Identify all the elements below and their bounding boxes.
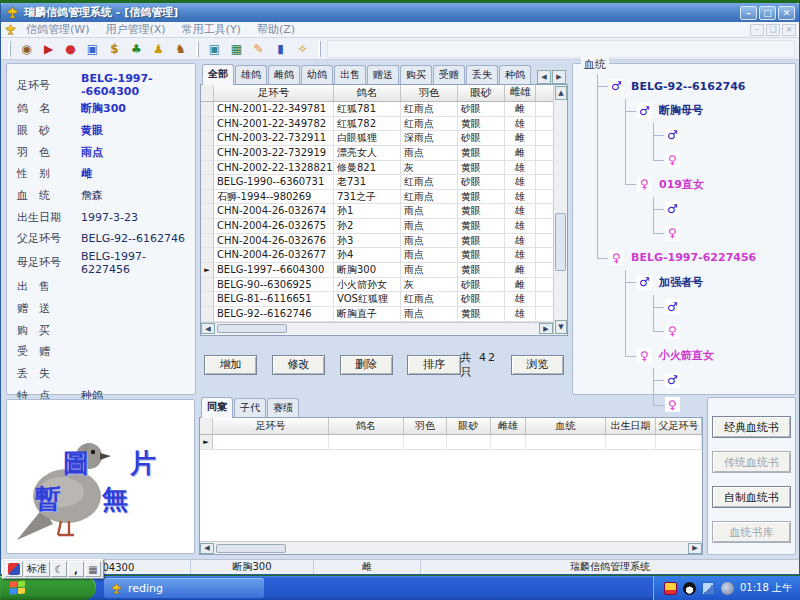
scroll-down-icon[interactable]: ▼ [555, 320, 567, 334]
volume-icon[interactable] [721, 582, 734, 595]
clock[interactable]: 01:18 上午 [740, 581, 792, 595]
sort-button[interactable]: 排序 [407, 355, 460, 375]
menu-pigeon-management[interactable]: 信鸽管理(W) [19, 22, 96, 37]
picture-icon[interactable]: ▣ [205, 40, 224, 57]
header-color[interactable]: 羽色 [404, 418, 447, 434]
key-icon[interactable]: ✧ [293, 40, 312, 57]
tab-scroll-right-icon[interactable]: ▶ [552, 70, 566, 84]
tree-node-label[interactable]: 断胸母号 [659, 103, 703, 118]
table-row[interactable]: CHN-2004-26-032675 孙2 雨点 黄眼 雄 [201, 219, 553, 234]
table-row[interactable]: BELG-92--6162746 断胸直子 雨点 黄眼 雄 [201, 307, 553, 322]
tree-node[interactable]: 断胸母号 [625, 99, 791, 173]
table-row[interactable]: BELG-81--6116651 VOS红狐狸 红雨点 砂眼 雄 [201, 292, 553, 307]
taskbar-item-reding[interactable]: reding [104, 578, 264, 598]
table-row[interactable]: 石狮-1994--980269 731之子 红雨点 黄眼 雄 [201, 190, 553, 205]
header-birthdate[interactable]: 出生日期 [606, 418, 656, 434]
list-tab-young[interactable]: 幼鸽 [301, 65, 333, 84]
modify-button[interactable]: 修改 [272, 355, 325, 375]
calculator-icon[interactable]: ▦ [227, 40, 246, 57]
close-button[interactable] [778, 6, 795, 20]
tab-race-results[interactable]: 赛绩 [267, 398, 299, 417]
scroll-up-icon[interactable]: ▲ [555, 86, 567, 100]
tree-node[interactable] [653, 368, 791, 393]
scroll-left-icon[interactable]: ◀ [200, 543, 214, 554]
horizontal-scrollbar[interactable]: ◀ ▶ [201, 322, 553, 335]
header-name[interactable]: 鸽名 [334, 85, 401, 101]
header-bloodline[interactable]: 血统 [526, 418, 606, 434]
header-sex[interactable]: 雌雄 [505, 85, 536, 101]
table-row[interactable]: CHN-2004-26-032674 孙1 雨点 黄眼 雄 [201, 204, 553, 219]
tree-node-label[interactable]: BELG-1997-6227456 [631, 251, 756, 264]
tree-node[interactable] [653, 221, 791, 246]
table-row[interactable]: CHN-2004-26-032676 孙3 雨点 黄眼 雄 [201, 234, 553, 249]
network-icon[interactable] [702, 582, 715, 595]
scrollbar-thumb[interactable] [217, 324, 287, 333]
header-ring[interactable]: 足环号 [213, 418, 329, 434]
classic-pedigree-button[interactable]: 经典血统书 [712, 416, 791, 438]
header-ring[interactable]: 足环号 [214, 85, 334, 101]
table-row[interactable]: CHN-2001-22-349781 红狐781 红雨点 砂眼 雌 [201, 102, 553, 117]
qq-icon[interactable] [683, 582, 696, 595]
save-icon[interactable]: ▮ [271, 40, 290, 57]
maximize-button[interactable] [759, 6, 776, 20]
browse-button[interactable]: 浏览 [511, 355, 564, 375]
header-name[interactable]: 鸽名 [329, 418, 404, 434]
figure-icon[interactable]: ♟ [149, 40, 168, 57]
bird-icon[interactable]: ◉ [17, 40, 36, 57]
tab-offspring[interactable]: 子代 [234, 398, 266, 417]
mdi-close-button[interactable] [782, 24, 796, 36]
start-button[interactable] [0, 576, 96, 600]
header-eye[interactable]: 眼砂 [447, 418, 491, 434]
tree-node[interactable] [653, 148, 791, 173]
tree-node-label[interactable]: 019直女 [659, 177, 704, 192]
tree-node-label[interactable]: BELG-92--6162746 [631, 80, 746, 93]
list-tab-lost[interactable]: 丢失 [466, 65, 498, 84]
header-father-ring[interactable]: 父足环号 [656, 418, 702, 434]
tree-node[interactable] [653, 197, 791, 222]
table-row[interactable]: BELG-90--6306925 小火箭孙女 灰 砂眼 雌 [201, 278, 553, 293]
horizontal-scrollbar[interactable]: ◀ ▶ [200, 541, 702, 554]
minimize-button[interactable] [740, 6, 757, 20]
header-sex[interactable]: 雌雄 [491, 418, 526, 434]
scroll-right-icon[interactable]: ▶ [688, 543, 702, 554]
menu-user-management[interactable]: 用户管理(X) [98, 22, 172, 37]
leaf-icon[interactable]: ♣ [127, 40, 146, 57]
table-row[interactable]: CHN-2001-22-349782 红狐782 红雨点 黄眼 雄 [201, 117, 553, 132]
table-row[interactable]: CHN-2003-22-732919 漂亮女人 雨点 黄眼 雌 [201, 146, 553, 161]
custom-pedigree-button[interactable]: 自制血统书 [712, 486, 791, 508]
tree-node[interactable] [653, 319, 791, 344]
tree-node[interactable]: 019直女 [625, 172, 791, 246]
vertical-scrollbar[interactable]: ▲ ▼ [553, 85, 567, 335]
delete-button[interactable]: 删除 [340, 355, 393, 375]
scrollbar-thumb[interactable] [216, 544, 286, 553]
moneybag-icon[interactable]: $ [105, 40, 124, 57]
ime-mode-label[interactable]: 标准 [24, 561, 50, 577]
scrollbar-thumb[interactable] [555, 213, 566, 271]
tab-scroll-left-icon[interactable]: ◀ [537, 70, 551, 84]
header-color[interactable]: 羽色 [401, 85, 458, 101]
table-row[interactable]: CHN-2002-22-1328821 修曼821 灰 黄眼 雄 [201, 161, 553, 176]
tree-node[interactable] [653, 295, 791, 320]
list-tab-bought[interactable]: 购买 [400, 65, 432, 84]
list-tab-male[interactable]: 雄鸽 [235, 65, 267, 84]
mdi-restore-button[interactable] [766, 24, 780, 36]
list-tab-received[interactable]: 受赠 [433, 65, 465, 84]
tree-node-label[interactable]: 加强者号 [659, 275, 703, 290]
table-row[interactable]: CHN-2003-22-732911 白眼狐狸 深雨点 砂眼 雌 [201, 131, 553, 146]
table-row[interactable]: CHN-2004-26-032677 孙4 雨点 黄眼 雄 [201, 248, 553, 263]
menu-help[interactable]: 帮助(Z) [250, 22, 302, 37]
tree-node[interactable] [653, 123, 791, 148]
ime-punctuation-icon[interactable]: , [68, 561, 84, 577]
ime-logo-icon[interactable] [8, 563, 20, 575]
tree-node[interactable]: 加强者号 [625, 270, 791, 344]
computer-icon[interactable]: ▣ [83, 40, 102, 57]
table-row[interactable] [200, 435, 702, 450]
list-tab-female[interactable]: 雌鸽 [268, 65, 300, 84]
table-row[interactable]: BELG-1990--6360731 老731 红雨点 砂眼 雄 [201, 175, 553, 190]
header-eye[interactable]: 眼砂 [458, 85, 505, 101]
mushroom-icon[interactable]: ● [61, 40, 80, 57]
dart-icon[interactable]: ▶ [39, 40, 58, 57]
figures-icon[interactable]: ♞ [171, 40, 190, 57]
tree-node-label[interactable]: 小火箭直女 [659, 348, 714, 363]
pencil-icon[interactable]: ✎ [249, 40, 268, 57]
